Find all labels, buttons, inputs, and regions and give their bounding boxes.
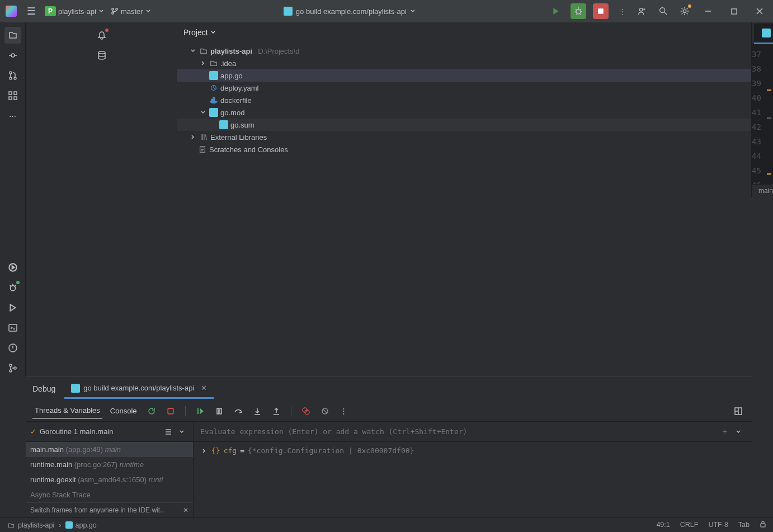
- play-tool-icon[interactable]: [4, 299, 21, 316]
- line-number: 46: [752, 178, 773, 184]
- debug-session-label: go build example.com/playlists-api: [83, 384, 194, 392]
- database-tool-icon[interactable]: [93, 47, 110, 64]
- more-tools-icon[interactable]: ⋯: [4, 107, 21, 124]
- tree-item-ext-libs[interactable]: External Libraries: [177, 131, 751, 143]
- eval-input[interactable]: [200, 427, 718, 436]
- step-into-icon[interactable]: [251, 404, 264, 418]
- go-file-icon: [762, 29, 771, 37]
- threads-tab[interactable]: Threads & Variables: [32, 403, 102, 419]
- docker-file-icon: [209, 96, 218, 105]
- tree-item-scratches[interactable]: Scratches and Consoles: [177, 143, 751, 156]
- project-panel-header[interactable]: Project: [177, 22, 751, 43]
- indent[interactable]: Tab: [738, 521, 750, 529]
- variables-panel: + {} cfg = {*config.Configuration | 0xc0…: [194, 422, 752, 517]
- encoding[interactable]: UTF-8: [708, 521, 728, 529]
- tip-row: Switch frames from anywhere in the IDE w…: [26, 502, 193, 517]
- line-number: 38: [752, 62, 773, 76]
- run-config-selector[interactable]: go build example.com/playlists-api: [284, 7, 416, 16]
- breadcrumb-project[interactable]: playlists-api: [18, 521, 54, 529]
- notifications-icon[interactable]: [93, 27, 110, 44]
- resume-icon[interactable]: [194, 404, 207, 418]
- stop-icon[interactable]: [164, 404, 177, 418]
- code-with-me-icon[interactable]: [635, 4, 649, 18]
- variable-row[interactable]: {} cfg = {*config.Configuration | 0xc000…: [200, 446, 745, 455]
- tree-label: playlists-api: [210, 47, 252, 55]
- editor-breadcrumb[interactable]: main(): [752, 184, 773, 197]
- minimize-button[interactable]: [699, 4, 717, 18]
- chevron-right-icon[interactable]: [200, 447, 208, 455]
- step-over-icon[interactable]: [232, 404, 245, 418]
- svg-point-5: [640, 8, 643, 11]
- editor-area: app.go ✕ ◈ dockerfile go.mod go.sum ◉ de…: [752, 22, 773, 197]
- close-icon[interactable]: ✕: [201, 384, 207, 392]
- chevron-down-icon[interactable]: [732, 425, 745, 439]
- terminal-tool-icon[interactable]: [4, 319, 21, 336]
- debug-button[interactable]: [571, 3, 586, 19]
- mute-breakpoints-icon[interactable]: [318, 404, 332, 418]
- tab-app-go[interactable]: app.go ✕: [754, 23, 773, 44]
- svg-point-0: [112, 8, 114, 11]
- problems-tool-icon[interactable]: [4, 340, 21, 356]
- lock-icon[interactable]: [760, 521, 766, 529]
- debug-more-icon[interactable]: ⋮: [337, 404, 351, 418]
- close-icon[interactable]: ✕: [183, 506, 188, 514]
- view-breakpoints-icon[interactable]: [299, 404, 313, 418]
- pull-requests-icon[interactable]: [4, 67, 21, 84]
- tree-label: go.sum: [230, 121, 254, 129]
- debug-tool-icon[interactable]: [4, 279, 21, 296]
- chevron-down-icon[interactable]: [175, 425, 188, 439]
- pause-icon[interactable]: [213, 404, 226, 418]
- close-window-button[interactable]: [751, 4, 769, 18]
- layout-settings-icon[interactable]: [732, 404, 745, 418]
- branch-selector[interactable]: master: [111, 7, 151, 16]
- add-watch-icon[interactable]: +: [718, 425, 732, 439]
- tree-label: dockerfile: [220, 96, 252, 105]
- tree-item-deploy[interactable]: deploy.yaml: [177, 82, 751, 94]
- svg-point-23: [14, 367, 16, 369]
- main-menu-button[interactable]: ☰: [25, 4, 38, 18]
- debug-session-tab[interactable]: go build example.com/playlists-api ✕: [64, 379, 214, 399]
- goroutine-label: Goroutine 1 main.main: [40, 427, 114, 436]
- run-button[interactable]: [548, 3, 564, 19]
- tree-item-app[interactable]: app.go: [177, 69, 751, 82]
- tree-root[interactable]: playlists-api D:\Projects\d: [177, 45, 751, 57]
- maximize-button[interactable]: [725, 4, 743, 18]
- svg-point-1: [112, 12, 114, 15]
- rerun-icon[interactable]: [145, 404, 158, 418]
- step-out-icon[interactable]: [270, 404, 283, 418]
- tree-item-gosum[interactable]: go.sum: [177, 119, 751, 131]
- stop-button[interactable]: [593, 3, 609, 19]
- structure-tool-icon[interactable]: [4, 87, 21, 104]
- tree-item-docker[interactable]: dockerfile: [177, 94, 751, 106]
- more-actions-icon[interactable]: ⋮: [615, 4, 629, 18]
- commit-tool-icon[interactable]: [4, 47, 21, 64]
- project-selector[interactable]: P playlists-api: [45, 6, 104, 16]
- tree-item-idea[interactable]: .idea: [177, 57, 751, 69]
- evaluate-expression-input[interactable]: +: [194, 422, 752, 442]
- stack-frame[interactable]: runtime.main (proc.go:267) runtime: [26, 457, 193, 472]
- breadcrumb-file[interactable]: app.go: [75, 521, 96, 529]
- code-editor[interactable]: 37 38 39 40 41 42 43 44 45 46 47 48 50 5…: [752, 45, 773, 184]
- debug-toolbar: Threads & Variables Console ⋮: [26, 401, 752, 422]
- right-tool-strip: [26, 22, 177, 376]
- svg-rect-8: [731, 8, 736, 13]
- async-trace[interactable]: Async Stack Trace: [26, 487, 193, 502]
- stack-frame[interactable]: main.main (app.go:49) main: [26, 442, 193, 457]
- project-tool-icon[interactable]: [4, 27, 21, 44]
- settings-icon[interactable]: [678, 4, 691, 18]
- struct-icon: {}: [211, 446, 220, 455]
- tree-label: Scratches and Consoles: [209, 145, 288, 154]
- cursor-position[interactable]: 49:1: [656, 521, 670, 529]
- tree-item-gomod[interactable]: go.mod: [177, 106, 751, 119]
- run-tool-icon[interactable]: [4, 259, 21, 276]
- vcs-tool-icon[interactable]: [4, 360, 21, 376]
- search-icon[interactable]: [657, 4, 670, 18]
- svg-point-6: [660, 8, 665, 13]
- line-number: 43: [752, 134, 773, 149]
- console-tab[interactable]: Console: [108, 403, 139, 418]
- frames-menu-icon[interactable]: [162, 425, 175, 439]
- svg-rect-38: [761, 524, 765, 527]
- stack-frame[interactable]: runtime.goexit (asm_amd64.s:1650) runti: [26, 472, 193, 487]
- goroutine-selector[interactable]: ✓ Goroutine 1 main.main: [26, 422, 193, 442]
- line-separator[interactable]: CRLF: [680, 521, 699, 529]
